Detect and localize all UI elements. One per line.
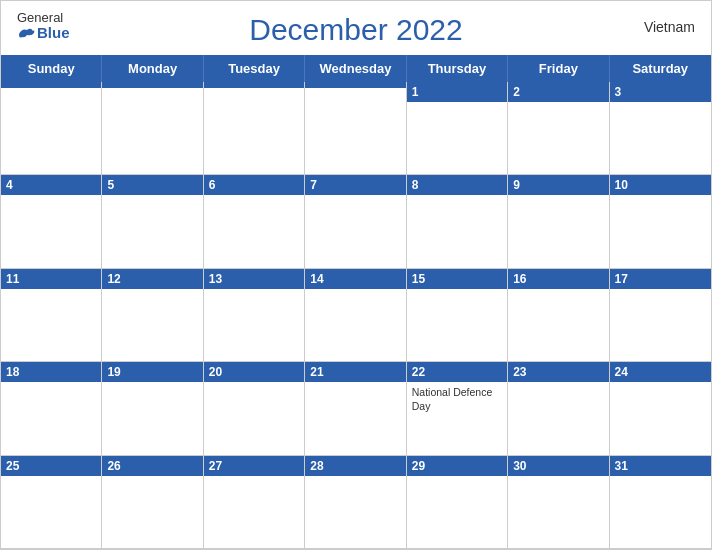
calendar-cell: 11 [1, 269, 102, 362]
logo-bird-icon [17, 26, 35, 42]
calendar-cell: 3 [610, 82, 711, 175]
calendar-title: December 2022 [249, 13, 462, 47]
calendar-cell: 22National Defence Day [407, 362, 508, 455]
cell-number: 30 [513, 459, 526, 473]
cell-number: 9 [513, 178, 520, 192]
cell-number: 29 [412, 459, 425, 473]
cell-number: 2 [513, 85, 520, 99]
day-thursday: Thursday [407, 55, 508, 82]
calendar-cell: 7 [305, 175, 406, 268]
calendar-cell: 31 [610, 456, 711, 549]
day-tuesday: Tuesday [204, 55, 305, 82]
calendar-cell [102, 82, 203, 175]
cell-number: 15 [412, 272, 425, 286]
calendar-cell [305, 82, 406, 175]
cell-number: 27 [209, 459, 222, 473]
calendar-cell: 6 [204, 175, 305, 268]
day-wednesday: Wednesday [305, 55, 406, 82]
calendar-cell: 17 [610, 269, 711, 362]
cell-number: 18 [6, 365, 19, 379]
cell-number: 14 [310, 272, 323, 286]
calendar-cell: 12 [102, 269, 203, 362]
cell-number: 22 [412, 365, 425, 379]
calendar-header: General Blue December 2022 Vietnam [1, 1, 711, 55]
calendar-cell: 29 [407, 456, 508, 549]
calendar-cell: 24 [610, 362, 711, 455]
calendar-cell: 8 [407, 175, 508, 268]
cell-number: 19 [107, 365, 120, 379]
cell-number: 1 [412, 85, 419, 99]
cell-number: 23 [513, 365, 526, 379]
cell-number: 8 [412, 178, 419, 192]
calendar-cell: 14 [305, 269, 406, 362]
calendar-cell: 4 [1, 175, 102, 268]
calendar-grid: 12345678910111213141516171819202122Natio… [1, 82, 711, 549]
cell-number: 21 [310, 365, 323, 379]
calendar-cell: 28 [305, 456, 406, 549]
calendar-cell: 20 [204, 362, 305, 455]
calendar-cell: 23 [508, 362, 609, 455]
cell-number: 13 [209, 272, 222, 286]
cell-number: 16 [513, 272, 526, 286]
calendar-cell: 30 [508, 456, 609, 549]
logo-blue-text: Blue [17, 25, 70, 42]
cell-number: 4 [6, 178, 13, 192]
cell-event: National Defence Day [412, 386, 493, 412]
day-sunday: Sunday [1, 55, 102, 82]
cell-number: 28 [310, 459, 323, 473]
day-friday: Friday [508, 55, 609, 82]
cell-number: 26 [107, 459, 120, 473]
cell-number: 20 [209, 365, 222, 379]
cell-number: 24 [615, 365, 628, 379]
calendar-cell: 9 [508, 175, 609, 268]
logo-general-text: General [17, 11, 63, 25]
calendar-cell: 2 [508, 82, 609, 175]
calendar-cell: 10 [610, 175, 711, 268]
cell-number: 5 [107, 178, 114, 192]
calendar-cell: 26 [102, 456, 203, 549]
calendar-cell: 15 [407, 269, 508, 362]
cell-number: 11 [6, 272, 19, 286]
calendar-cell: 18 [1, 362, 102, 455]
day-monday: Monday [102, 55, 203, 82]
cell-number: 17 [615, 272, 628, 286]
cell-number: 3 [615, 85, 622, 99]
cell-number: 6 [209, 178, 216, 192]
country-label: Vietnam [644, 19, 695, 35]
cell-number: 7 [310, 178, 317, 192]
cell-number: 10 [615, 178, 628, 192]
calendar-cell: 1 [407, 82, 508, 175]
day-saturday: Saturday [610, 55, 711, 82]
calendar-cell: 27 [204, 456, 305, 549]
calendar-cell: 16 [508, 269, 609, 362]
cell-number: 31 [615, 459, 628, 473]
days-header: Sunday Monday Tuesday Wednesday Thursday… [1, 55, 711, 82]
calendar-cell [204, 82, 305, 175]
calendar-cell [1, 82, 102, 175]
calendar-cell: 19 [102, 362, 203, 455]
calendar-cell: 13 [204, 269, 305, 362]
calendar-cell: 25 [1, 456, 102, 549]
cell-number: 12 [107, 272, 120, 286]
cell-number: 25 [6, 459, 19, 473]
calendar-cell: 5 [102, 175, 203, 268]
calendar: General Blue December 2022 Vietnam Sunda… [0, 0, 712, 550]
calendar-cell: 21 [305, 362, 406, 455]
logo: General Blue [17, 11, 70, 42]
